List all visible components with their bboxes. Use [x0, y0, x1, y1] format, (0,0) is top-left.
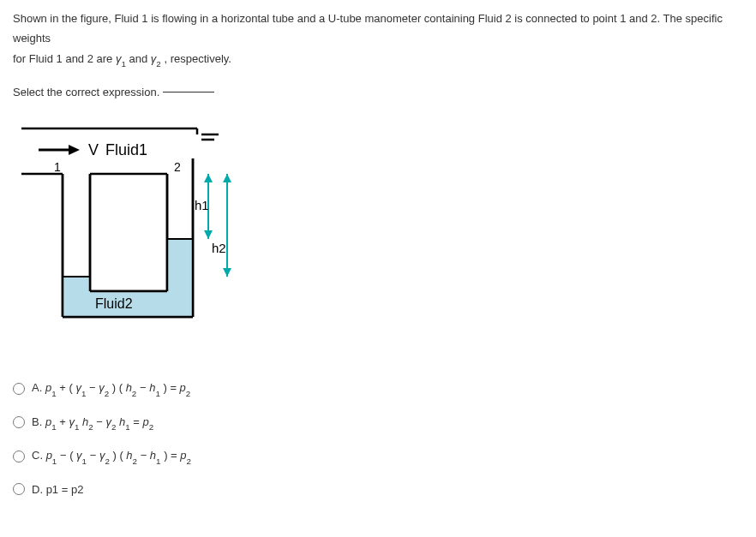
svg-marker-27	[223, 268, 231, 277]
option-a-radio[interactable]	[13, 383, 25, 395]
option-b-radio[interactable]	[13, 416, 25, 428]
select-prompt: Select the correct expression.	[13, 86, 743, 98]
svg-marker-7	[69, 145, 80, 155]
option-c-label: C. p1 − ( γ1 − γ2 ) ( h2 − h1 ) = p2	[32, 449, 191, 464]
option-d-radio[interactable]	[13, 483, 25, 495]
gamma-2-sub: 2	[156, 59, 160, 69]
h1-text: h1	[195, 198, 209, 212]
select-text: Select the correct expression.	[13, 86, 159, 98]
question-text: Shown in the figure, Fluid 1 is flowing …	[13, 9, 743, 70]
svg-marker-23	[204, 174, 213, 182]
pt2-text: 2	[174, 160, 181, 174]
svg-marker-26	[223, 174, 231, 182]
question-line2-end: , respectively.	[164, 52, 231, 65]
option-a[interactable]: A. p1 + ( γ1 − γ2 ) ( h2 − h1 ) = p2	[13, 381, 743, 397]
blank-line	[163, 92, 214, 92]
options-group: A. p1 + ( γ1 − γ2 ) ( h2 − h1 ) = p2 B. …	[13, 381, 743, 496]
option-b[interactable]: B. p1 + γ1 h2 − γ2 h1 = p2	[13, 415, 743, 431]
option-c[interactable]: C. p1 − ( γ1 − γ2 ) ( h2 − h1 ) = p2	[13, 449, 743, 464]
svg-marker-24	[204, 230, 213, 239]
option-a-label: A. p1 + ( γ1 − γ2 ) ( h2 − h1 ) = p2	[32, 381, 190, 397]
option-d[interactable]: D. p1 = p2	[13, 483, 743, 496]
option-d-label: D. p1 = p2	[32, 483, 83, 496]
v-label-text: V	[88, 141, 99, 158]
pt1-text: 1	[54, 160, 61, 174]
fluid1-label-text: Fluid1	[105, 141, 147, 158]
gamma-1-sub: 1	[121, 59, 125, 69]
diagram: V Fluid1 1 2 Fluid2	[21, 124, 261, 347]
diagram-svg: V Fluid1 1 2 Fluid2	[21, 124, 261, 347]
question-line2-pre: for Fluid 1 and 2 are	[13, 52, 116, 65]
question-line2-mid: and	[129, 52, 151, 65]
h2-text: h2	[212, 241, 226, 255]
option-b-label: B. p1 + γ1 h2 − γ2 h1 = p2	[32, 415, 153, 431]
question-line1: Shown in the figure, Fluid 1 is flowing …	[13, 12, 723, 45]
option-c-radio[interactable]	[13, 450, 25, 462]
fluid2-label-text: Fluid2	[95, 296, 133, 311]
